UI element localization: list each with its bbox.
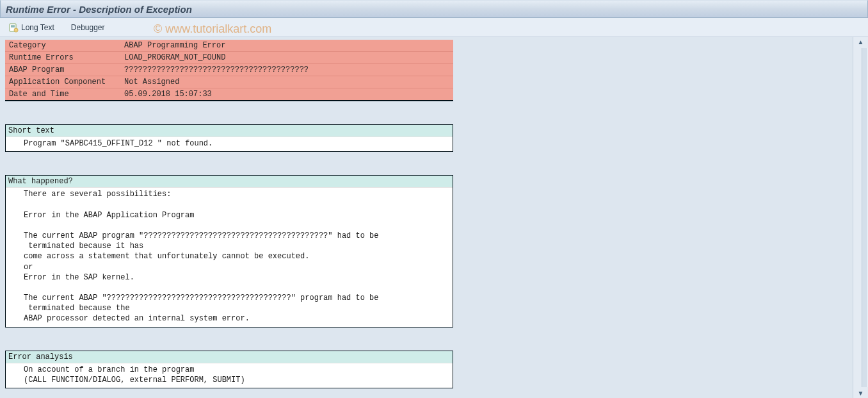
header-row: Runtime ErrorsLOAD_PROGRAM_NOT_FOUND	[5, 52, 453, 64]
dump-content-area[interactable]: CategoryABAP Programming ErrorRuntime Er…	[0, 37, 853, 398]
section-header: Error analysis	[6, 351, 453, 363]
application-toolbar: Long Text Debugger	[0, 18, 868, 37]
header-row: Date and Time05.09.2018 15:07:33	[5, 88, 453, 101]
section-body: There are several possibilities: Error i…	[6, 188, 453, 326]
section-body: Program "SAPBC415_OFFINT_D12 " not found…	[6, 137, 453, 151]
long-text-icon	[8, 22, 19, 33]
dump-section: Error analysisOn account of a branch in …	[5, 351, 453, 388]
error-header-table: CategoryABAP Programming ErrorRuntime Er…	[5, 40, 453, 101]
section-header: What happened?	[6, 176, 453, 188]
dump-section: What happened?There are several possibil…	[5, 175, 453, 327]
debugger-button[interactable]: Debugger	[67, 21, 109, 34]
header-row: CategoryABAP Programming Error	[5, 40, 453, 52]
dump-section: Short textProgram "SAPBC415_OFFINT_D12 "…	[5, 124, 453, 152]
debugger-label: Debugger	[71, 23, 105, 32]
header-row: Application ComponentNot Assigned	[5, 76, 453, 88]
section-body: On account of a branch in the program (C…	[6, 363, 453, 388]
section-header: Short text	[6, 125, 453, 137]
scroll-up-arrow[interactable]: ▲	[855, 38, 867, 46]
window-titlebar: Runtime Error - Description of Exception	[0, 0, 868, 18]
header-row-label: Application Component	[5, 76, 120, 88]
window-title: Runtime Error - Description of Exception	[6, 4, 192, 15]
header-row-value: ????????????????????????????????????????	[120, 64, 453, 76]
svg-rect-2	[11, 26, 15, 27]
scrollbar-track[interactable]	[862, 48, 868, 387]
svg-rect-5	[16, 29, 17, 31]
svg-rect-3	[11, 28, 15, 28]
header-row-label: Date and Time	[5, 88, 120, 101]
long-text-label: Long Text	[21, 23, 54, 32]
header-row: ABAP Program????????????????????????????…	[5, 64, 453, 76]
header-row-value: ABAP Programming Error	[120, 40, 453, 52]
header-row-label: Category	[5, 40, 120, 52]
scroll-down-arrow[interactable]: ▼	[855, 390, 867, 397]
sap-gui-window: Runtime Error - Description of Exception…	[0, 0, 868, 398]
header-row-value: Not Assigned	[120, 76, 453, 88]
header-row-value: 05.09.2018 15:07:33	[120, 88, 453, 101]
header-row-value: LOAD_PROGRAM_NOT_FOUND	[120, 52, 453, 64]
header-row-label: ABAP Program	[5, 64, 120, 76]
header-row-label: Runtime Errors	[5, 52, 120, 64]
vertical-scrollbar[interactable]: ▲ ▼	[853, 37, 868, 398]
svg-rect-1	[11, 25, 15, 26]
long-text-button[interactable]: Long Text	[4, 21, 59, 35]
